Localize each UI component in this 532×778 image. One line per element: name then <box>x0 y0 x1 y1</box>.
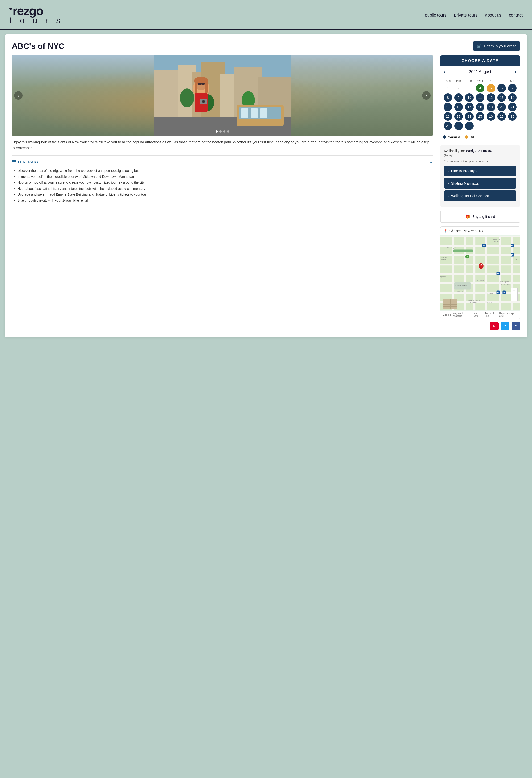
calendar-day[interactable]: 27 <box>497 112 506 121</box>
calendar-weekdays: Sun Mon Tue Wed Thu Fri Sat <box>443 79 517 84</box>
calendar-day[interactable]: 21 <box>508 103 517 111</box>
calendar-day[interactable]: 22 <box>444 112 452 121</box>
calendar-day[interactable]: 16 <box>454 103 463 111</box>
calendar-day[interactable]: 3 <box>465 84 473 92</box>
tour-option-label-2: Walking Tour of Chelsea <box>451 194 489 198</box>
svg-text:M: M <box>503 291 505 294</box>
calendar-day[interactable]: 23 <box>454 112 463 121</box>
calendar-day[interactable]: 25 <box>476 112 484 121</box>
weekday-mon: Mon <box>453 79 464 82</box>
nav-contact[interactable]: contact <box>509 13 523 18</box>
svg-text:GARMENT: GARMENT <box>492 238 500 240</box>
zoom-in-button[interactable]: + <box>511 288 517 295</box>
hero-prev-button[interactable]: ‹ <box>14 91 23 100</box>
page-title: ABC's of NYC <box>12 42 64 51</box>
nav-about[interactable]: about us <box>485 13 501 18</box>
svg-rect-14 <box>241 108 248 118</box>
svg-rect-16 <box>260 108 267 118</box>
calendar-day[interactable]: 6 <box>497 84 506 92</box>
map-data-link[interactable]: Map Data <box>473 312 483 317</box>
facebook-icon: f <box>516 324 517 328</box>
legend-available: Available <box>443 135 460 139</box>
twitter-button[interactable]: t <box>501 322 509 330</box>
map-body[interactable]: The High Line Chelsea Market GARMENT DIS… <box>440 235 520 311</box>
calendar-day[interactable]: 30 <box>454 122 463 130</box>
svg-text:Greenmarket: Greenmarket <box>500 283 510 285</box>
calendar-prev-button[interactable]: ‹ <box>444 69 446 75</box>
map-header: 📍 Chelsea, New York, NY <box>440 227 520 235</box>
svg-text:M: M <box>511 254 513 256</box>
keyboard-shortcuts-link[interactable]: Keyboard shortcuts <box>453 312 471 317</box>
tour-option-skating-manhattan[interactable]: › Skating Manhattan <box>444 178 517 188</box>
terms-of-use-link[interactable]: Terms of Use <box>484 312 497 317</box>
hero-dot-1[interactable] <box>216 130 218 133</box>
availability-label-text: Availability for: <box>444 149 465 153</box>
calendar-day[interactable]: 31 <box>465 122 473 130</box>
pinterest-button[interactable]: P <box>490 322 499 330</box>
calendar-day[interactable]: 15 <box>444 103 452 111</box>
svg-text:M: M <box>483 244 485 247</box>
chevron-right-icon: › <box>448 169 449 173</box>
calendar-day[interactable]: 29 <box>444 122 452 130</box>
calendar-day[interactable]: 24 <box>465 112 473 121</box>
calendar-day[interactable]: 28 <box>508 112 517 121</box>
svg-text:sea Piers: sea Piers <box>442 258 447 260</box>
nav-public-tours[interactable]: public tours <box>425 13 447 18</box>
order-badge[interactable]: 🛒 1 item in your order <box>473 42 520 51</box>
calendar-day[interactable]: 20 <box>497 103 506 111</box>
calendar-day[interactable]: 9 <box>454 93 463 102</box>
calendar-day[interactable]: 4 <box>476 84 484 92</box>
svg-text:GREENWICH: GREENWICH <box>468 299 480 302</box>
weekday-tue: Tue <box>464 79 475 82</box>
hero-dot-2[interactable] <box>219 130 222 133</box>
calendar-day[interactable]: 17 <box>465 103 473 111</box>
nav-private-tours[interactable]: private tours <box>454 13 477 18</box>
calendar-day[interactable]: 2 <box>454 84 463 92</box>
calendar-day[interactable]: 14 <box>508 93 517 102</box>
svg-text:Fli: Fli <box>515 259 517 260</box>
hero-next-button[interactable]: › <box>422 91 431 100</box>
availability-date: Wed, 2021-08-04 <box>466 149 492 153</box>
calendar-day[interactable]: 1 <box>444 84 452 92</box>
itinerary-header[interactable]: ITINERARY ⌄ <box>12 156 433 168</box>
zoom-out-button[interactable]: − <box>511 295 517 301</box>
cart-icon: 🛒 <box>477 44 481 48</box>
calendar-day[interactable]: 13 <box>497 93 506 102</box>
description-text: Enjoy this walking tour of the sights of… <box>12 139 433 151</box>
availability-section: Availability for: Wed, 2021-08-04 (Today… <box>440 145 520 207</box>
calendar-day[interactable]: 11 <box>476 93 484 102</box>
map-footer-links: Keyboard shortcuts Map Data Terms of Use… <box>453 312 518 317</box>
tour-option-label-1: Skating Manhattan <box>451 181 480 185</box>
svg-text:Union Square: Union Square <box>499 281 509 283</box>
report-map-error-link[interactable]: Report a map error <box>499 312 518 317</box>
facebook-button[interactable]: f <box>512 322 520 330</box>
itinerary-title-wrap: ITINERARY <box>12 160 39 164</box>
legend-available-label: Available <box>448 135 460 139</box>
calendar-month-label: 2021 August <box>469 70 491 74</box>
weekday-fri: Fri <box>496 79 507 82</box>
svg-text:DISTRICT: DISTRICT <box>493 241 501 242</box>
calendar-day[interactable]: 12 <box>487 93 495 102</box>
gift-card-button[interactable]: 🎁 Buy a gift card <box>440 211 520 223</box>
pinterest-icon: P <box>493 324 495 328</box>
hero-dot-3[interactable] <box>223 130 225 133</box>
svg-rect-20 <box>195 81 198 93</box>
tour-option-walking-chelsea[interactable]: › Walking Tour of Chelsea <box>444 190 517 201</box>
calendar-day[interactable]: 10 <box>465 93 473 102</box>
calendar-day[interactable]: 7 <box>508 84 517 92</box>
calendar-day[interactable]: 5 <box>487 84 495 92</box>
hero-dot-4[interactable] <box>227 130 229 133</box>
calendar-day[interactable]: 26 <box>487 112 495 121</box>
calendar-day[interactable]: 18 <box>476 103 484 111</box>
legend-full-label: Full <box>469 135 474 139</box>
svg-rect-22 <box>198 83 201 85</box>
map-zoom-controls: + − <box>511 288 518 301</box>
calendar-day[interactable]: 8 <box>444 93 452 102</box>
calendar-next-button[interactable]: › <box>515 69 517 75</box>
tour-option-bike-brooklyn[interactable]: › Bike to Brooklyn <box>444 165 517 176</box>
svg-text:The High Line: The High Line <box>447 247 459 249</box>
site-header: rezgo t o u r s public tours private tou… <box>0 0 532 25</box>
calendar-day[interactable]: 19 <box>487 103 495 111</box>
map-location-label: Chelsea, New York, NY <box>449 229 484 233</box>
map-footer: Google Keyboard shortcuts Map Data Terms… <box>440 311 520 319</box>
